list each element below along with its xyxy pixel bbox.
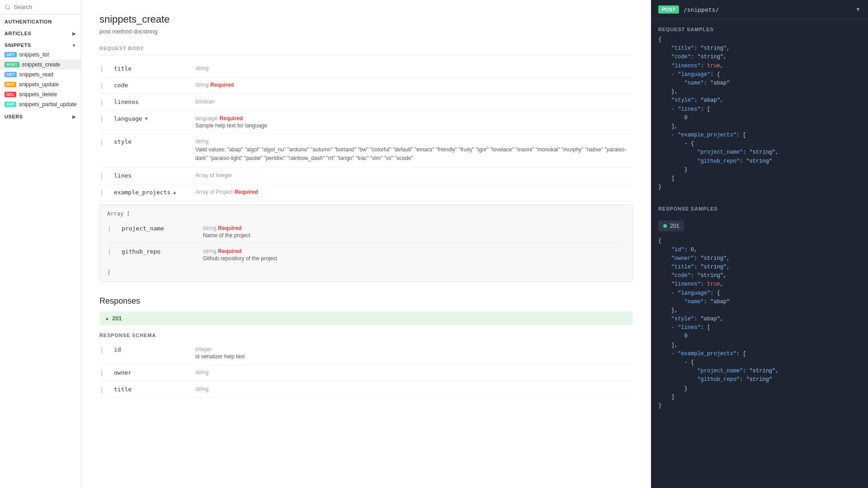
response-schema-label: RESPONSE SCHEMA: [99, 333, 633, 338]
array-label: Array [: [107, 211, 625, 217]
array-block: Array [ project_name stringRequired Name…: [99, 205, 633, 282]
field-type-style: string: [195, 138, 633, 145]
sidebar-section-authentication[interactable]: AUTHENTICATION: [0, 14, 81, 26]
field-details-linenos: boolean: [195, 99, 633, 105]
response-code-201: ▲ 201: [105, 315, 122, 322]
field-type-title: string: [195, 65, 633, 71]
sidebar-section-users[interactable]: USERS ▶: [0, 109, 81, 121]
response-field-row-id: id integer id serializer help text: [99, 342, 633, 365]
badge-post-snippets-create: POST: [5, 62, 19, 67]
sub-field-name-col-github-repo: github_repo: [122, 248, 194, 255]
field-name-linenos: linenos: [114, 99, 139, 105]
example-projects-expand-icon[interactable]: ▲: [172, 190, 177, 195]
sidebar-item-snippets-partial-update[interactable]: PAT snippets_partial_update: [0, 99, 81, 109]
field-name-lines: lines: [114, 172, 132, 179]
array-close: ]: [107, 270, 625, 276]
field-type-code: stringRequired: [195, 82, 633, 88]
field-type-linenos: boolean: [195, 99, 633, 105]
field-row-language: language ▼ languageRequired Sample help …: [99, 111, 633, 134]
field-name-title: title: [114, 65, 132, 72]
response-tab-201[interactable]: 201: [658, 221, 684, 231]
response-samples-label: RESPONSE SAMPLES: [651, 199, 868, 215]
resp-field-name-owner: owner: [114, 369, 132, 376]
badge-delete-snippets-delete: DEL: [5, 92, 16, 97]
sidebar-item-snippets-update[interactable]: PUT snippets_update: [0, 80, 81, 89]
language-expand-icon[interactable]: ▼: [144, 116, 149, 121]
field-row-style: style string Valid values: "abap" "algol…: [99, 134, 633, 168]
endpoint-path: /snippets/: [684, 6, 851, 13]
field-indicator-style: [99, 138, 105, 145]
field-indicator-lines: [99, 172, 105, 179]
sub-field-row-github-repo: github_repo stringRequired Github reposi…: [107, 244, 625, 266]
field-type-language: languageRequired: [195, 115, 633, 122]
sub-field-desc-project-name: Name of the project: [203, 232, 625, 239]
sidebar-section-articles[interactable]: ARTICLES ▶: [0, 26, 81, 38]
response-field-row-title: title string: [99, 381, 633, 398]
sub-field-type-project-name: stringRequired: [203, 225, 625, 231]
sidebar-section-snippets[interactable]: SNIPPETS ▼: [0, 38, 81, 50]
sub-field-name-project-name: project_name: [122, 225, 164, 232]
main-content: snippets_create post method docstring RE…: [81, 0, 651, 488]
response-row-201[interactable]: ▲ 201: [99, 311, 633, 325]
resp-field-indicator-id: [99, 346, 105, 353]
sub-field-name-col-project-name: project_name: [122, 225, 194, 232]
field-row-example-projects: example_projects ▲ Array of ProjectRequi…: [99, 184, 633, 201]
sidebar-item-snippets-list[interactable]: GET snippets_list: [0, 50, 81, 60]
field-name-code: code: [114, 82, 128, 89]
field-indicator-title: [99, 65, 105, 72]
field-name-col-code: code: [114, 82, 186, 89]
field-desc-language: Sample help text for language: [195, 122, 633, 129]
sidebar-item-snippets-create[interactable]: POST snippets_create: [0, 60, 81, 70]
field-row-lines: lines Array of integer: [99, 168, 633, 184]
request-sample-block: { "title": "string", "code": "string", "…: [651, 36, 868, 199]
field-details-style: string Valid values: "abap" "algol" "alg…: [195, 138, 633, 163]
search-icon: [5, 4, 11, 10]
responses-title: Responses: [99, 296, 633, 306]
sub-field-details-github-repo: stringRequired Github repository of the …: [203, 248, 625, 262]
field-details-code: stringRequired: [195, 82, 633, 88]
sub-field-details-project-name: stringRequired Name of the project: [203, 225, 625, 239]
svg-line-1: [9, 8, 10, 9]
field-name-col-style: style: [114, 138, 186, 145]
field-name-col-language: language ▼: [114, 115, 186, 122]
field-row-code: code stringRequired: [99, 77, 633, 94]
sidebar-item-snippets-read[interactable]: GET snippets_read: [0, 70, 81, 80]
field-row-title: title string: [99, 61, 633, 77]
resp-field-name-title: title: [114, 386, 132, 393]
endpoint-dropdown-icon[interactable]: ▼: [855, 6, 861, 13]
field-indicator-linenos: [99, 99, 105, 106]
resp-field-details-title: string: [195, 386, 633, 392]
svg-point-0: [5, 5, 9, 9]
sidebar-item-snippets-delete[interactable]: DEL snippets_delete: [0, 89, 81, 99]
resp-field-details-id: integer id serializer help text: [195, 346, 633, 360]
required-badge-project-name: Required: [218, 225, 241, 231]
resp-field-type-id: integer: [195, 346, 633, 352]
tab-dot-201: [663, 224, 667, 228]
required-badge-language: Required: [219, 115, 243, 122]
snippets-chevron-icon: ▼: [72, 43, 76, 48]
field-details-example-projects: Array of ProjectRequired: [195, 189, 633, 195]
field-type-lines: Array of integer: [195, 172, 633, 178]
field-details-language: languageRequired Sample help text for la…: [195, 115, 633, 129]
response-tabs: 201: [651, 215, 868, 231]
users-chevron-icon: ▶: [72, 114, 76, 119]
sub-field-indicator-github-repo: [107, 248, 113, 255]
badge-get-snippets-list: GET: [5, 52, 17, 57]
search-input[interactable]: [14, 4, 76, 10]
resp-field-name-col-title: title: [114, 386, 186, 393]
field-name-col-example-projects: example_projects ▲: [114, 189, 186, 196]
badge-put-snippets-update: PUT: [5, 82, 16, 87]
badge-patch-snippets-partial: PAT: [5, 102, 16, 107]
required-badge-github-repo: Required: [218, 248, 241, 254]
resp-field-name-id: id: [114, 346, 121, 353]
endpoint-bar: POST /snippets/ ▼: [651, 0, 868, 19]
resp-field-type-title: string: [195, 386, 633, 392]
field-indicator-language: [99, 115, 105, 122]
sub-field-indicator-project-name: [107, 225, 113, 232]
right-panel: POST /snippets/ ▼ REQUEST SAMPLES { "tit…: [651, 0, 868, 488]
required-badge-code: Required: [210, 82, 234, 88]
response-chevron-up-icon: ▲: [105, 316, 109, 321]
sub-field-row-project-name: project_name stringRequired Name of the …: [107, 221, 625, 244]
search-box[interactable]: [0, 0, 81, 14]
resp-field-desc-id: id serializer help text: [195, 353, 633, 360]
